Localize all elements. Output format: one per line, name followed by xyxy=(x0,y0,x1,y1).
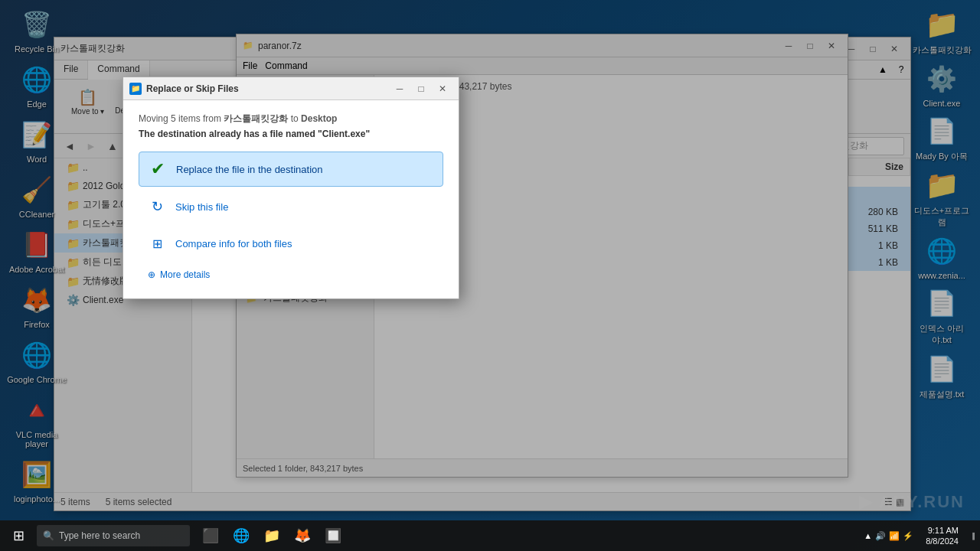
replace-option[interactable]: ✔ Replace the file in the destination xyxy=(139,152,443,187)
tray-battery-icon[interactable]: ⚡ xyxy=(903,531,913,541)
dialog-controls: ─ □ ✕ xyxy=(390,81,452,96)
taskbar-edge[interactable]: 🌐 xyxy=(227,522,256,549)
start-icon: ⊞ xyxy=(13,527,24,544)
taskview-icon: ⬛ xyxy=(202,527,219,544)
skip-text: Skip this file xyxy=(175,201,228,213)
explorer-task-icon: 📁 xyxy=(263,527,280,544)
more-chevron: ⊕ xyxy=(148,269,155,280)
dialog-title: Replace or Skip Files xyxy=(146,83,390,94)
taskbar-search-icon: 🔍 xyxy=(43,530,54,541)
dialog-body: Moving 5 items from 카스톨패킷강화 to Desktop T… xyxy=(123,100,459,298)
more-details-label: More details xyxy=(160,269,210,280)
skip-arrow: ↻ xyxy=(152,198,163,215)
dialog-close[interactable]: ✕ xyxy=(433,81,452,96)
skip-option[interactable]: ↻ Skip this file xyxy=(139,190,443,223)
replace-check-icon: ✔ xyxy=(149,160,167,178)
taskbar-firefox[interactable]: 🦊 xyxy=(288,522,317,549)
edge-task-icon: 🌐 xyxy=(233,527,250,544)
dialog-filename: The destination already has a file named… xyxy=(139,129,443,139)
dialog-icon: 📁 xyxy=(129,83,142,95)
replace-text: Replace the file in the destination xyxy=(176,164,323,175)
tray-network-icon[interactable]: 📶 xyxy=(889,531,900,541)
taskbar: ⊞ 🔍 Type here to search ⬛ 🌐 📁 🦊 🔲 ▲ xyxy=(0,520,980,551)
compare-text: Compare info for both files xyxy=(175,238,292,249)
tray-up-icon[interactable]: ▲ xyxy=(864,531,872,540)
check-mark: ✔ xyxy=(151,159,165,179)
desktop: 카스톨패킷강화 ─ □ ✕ File Command ▲ ? xyxy=(0,0,980,551)
taskbar-tray: ▲ 🔊 📶 ⚡ xyxy=(864,531,920,541)
firefox-task-icon: 🦊 xyxy=(294,527,311,544)
replace-skip-dialog: 📁 Replace or Skip Files ─ □ ✕ Moving 5 i… xyxy=(122,77,459,299)
taskbar-search-text: Type here to search xyxy=(59,530,140,541)
show-desktop-icon: ▐ xyxy=(970,533,975,540)
taskbar-search[interactable]: 🔍 Type here to search xyxy=(37,525,190,546)
dialog-titlebar: 📁 Replace or Skip Files ─ □ ✕ xyxy=(123,77,459,100)
dialog-subtitle: Moving 5 items from 카스톨패킷강화 to Desktop xyxy=(139,112,443,126)
dialog-maximize[interactable]: □ xyxy=(411,81,431,96)
compare-icon: ⊞ xyxy=(148,234,166,253)
clock-time: 9:11 AM xyxy=(926,525,959,536)
app-task-icon: 🔲 xyxy=(325,527,341,544)
compare-symbol: ⊞ xyxy=(152,236,162,251)
more-details-button[interactable]: ⊕ More details xyxy=(139,263,443,286)
show-desktop-button[interactable]: ▐ xyxy=(965,520,980,551)
clock-date: 8/8/2024 xyxy=(926,536,959,546)
skip-icon: ↻ xyxy=(148,197,166,216)
start-button[interactable]: ⊞ xyxy=(0,520,37,551)
taskbar-explorer[interactable]: 📁 xyxy=(257,522,286,549)
taskbar-items: ⬛ 🌐 📁 🦊 🔲 xyxy=(190,522,864,549)
dialog-minimize[interactable]: ─ xyxy=(390,81,410,96)
compare-option[interactable]: ⊞ Compare info for both files xyxy=(139,227,443,260)
taskbar-app[interactable]: 🔲 xyxy=(318,522,348,549)
tray-sound-icon[interactable]: 🔊 xyxy=(875,531,886,541)
taskbar-taskview[interactable]: ⬛ xyxy=(196,522,225,549)
taskbar-clock[interactable]: 9:11 AM 8/8/2024 xyxy=(920,525,965,547)
